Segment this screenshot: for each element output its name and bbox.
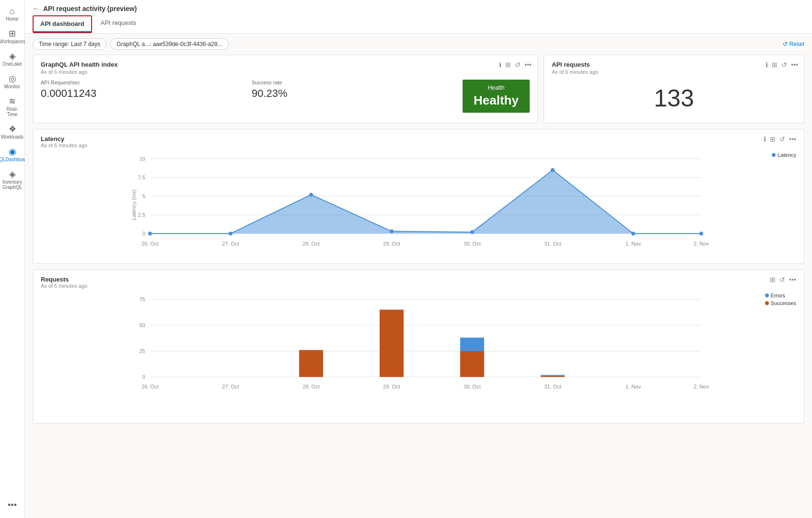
top-cards-row: GraphQL API health index As of 6 minutes… — [33, 55, 804, 123]
svg-point-12 — [148, 232, 152, 235]
more-options-icon[interactable]: ••• — [789, 276, 796, 283]
success-rate-value: 90.23% — [252, 87, 455, 100]
latency-chart-header: Latency As of 6 minutes ago ℹ ⊞ ↺ ••• — [41, 135, 796, 148]
requests-chart-actions: ⊞ ↺ ••• — [770, 276, 796, 283]
home-icon: ⌂ — [10, 7, 15, 15]
filter-bar: Time range: Last 7 days GraphQL a...: aa… — [25, 34, 812, 55]
page-title: API request activity (preview) — [43, 5, 137, 12]
more-options-icon[interactable]: ••• — [524, 61, 532, 69]
bar-31oct-successes — [541, 376, 565, 377]
svg-text:28. Oct: 28. Oct — [302, 384, 319, 389]
tab-api-dashboard[interactable]: API dashboard — [34, 16, 91, 32]
svg-point-19 — [699, 232, 703, 235]
api-request-rate-value: 0.00011243 — [41, 87, 244, 100]
header-title-row: ← API request activity (preview) — [33, 0, 804, 12]
sidebar-item-home[interactable]: ⌂ Home — [1, 4, 24, 24]
graphql-filter[interactable]: GraphQL a...: aae539de-0c3f-4436-a28... — [110, 38, 228, 50]
sidebar-item-workspaces[interactable]: ⊞ Workspaces — [1, 26, 24, 47]
requests-chart-title: Requests — [41, 276, 87, 283]
requests-legend: Errors Successes — [765, 293, 796, 306]
svg-text:50: 50 — [139, 322, 145, 328]
svg-text:29. Oct: 29. Oct — [383, 241, 400, 247]
info-icon[interactable]: ℹ — [764, 135, 766, 143]
requests-chart-card: Requests As of 6 minutes ago ⊞ ↺ ••• Err… — [33, 270, 804, 424]
svg-text:7.5: 7.5 — [138, 175, 145, 180]
latency-chart-title-group: Latency As of 6 minutes ago — [41, 135, 87, 148]
svg-text:Latency (ms): Latency (ms) — [131, 189, 137, 220]
bar-29oct-successes — [380, 310, 404, 377]
grid-icon[interactable]: ⊞ — [770, 276, 776, 283]
refresh-icon[interactable]: ↺ — [779, 276, 785, 283]
svg-point-16 — [470, 230, 474, 234]
sidebar-item-monitor[interactable]: ◎ Monitor — [1, 71, 24, 92]
refresh-icon[interactable]: ↺ — [515, 61, 521, 69]
latency-legend-label: Latency — [777, 152, 796, 158]
header: ← API request activity (preview) API das… — [25, 0, 812, 34]
sidebar-item-inventorygraphql[interactable]: ◈ Inventory GraphQL — [1, 167, 24, 193]
successes-legend-label: Successes — [771, 300, 796, 306]
grid-icon[interactable]: ⊞ — [505, 61, 511, 69]
errors-legend-item: Errors — [765, 293, 796, 298]
health-card-title: GraphQL API health index — [41, 61, 530, 68]
tab-api-requests[interactable]: API requests — [94, 15, 143, 33]
errors-legend-dot — [765, 294, 769, 297]
sidebar-item-more[interactable]: ••• — [1, 498, 24, 514]
sidebar-item-label: Inventory GraphQL — [2, 179, 22, 190]
sidebar-item-label: Workloads — [1, 134, 23, 140]
latency-chart-actions: ℹ ⊞ ↺ ••• — [764, 135, 796, 143]
refresh-icon[interactable]: ↺ — [781, 61, 787, 69]
svg-text:27. Oct: 27. Oct — [222, 241, 239, 247]
latency-chart-title: Latency — [41, 135, 87, 142]
svg-text:31. Oct: 31. Oct — [544, 241, 561, 247]
health-badge: Health Healthy — [463, 80, 530, 113]
refresh-icon[interactable]: ↺ — [779, 135, 785, 143]
time-range-filter[interactable]: Time range: Last 7 days — [33, 38, 106, 50]
latency-chart-area: Latency 10 7.5 5 2.5 0 Latency (ms) — [41, 152, 796, 258]
sidebar-item-gqldashboard[interactable]: ◉ GQLDashboard — [1, 144, 24, 165]
health-index-card: GraphQL API health index As of 6 minutes… — [33, 55, 538, 123]
svg-point-14 — [309, 193, 313, 197]
svg-text:26. Oct: 26. Oct — [141, 384, 158, 389]
back-button[interactable]: ← — [33, 5, 39, 12]
more-options-icon[interactable]: ••• — [791, 61, 798, 69]
success-rate-label: Success rate — [252, 80, 455, 85]
more-icon: ••• — [8, 501, 17, 509]
sidebar-item-onelake[interactable]: ◈ OneLake — [1, 49, 24, 70]
api-requests-card-actions: ℹ ⊞ ↺ ••• — [766, 61, 798, 69]
sidebar-item-label: OneLake — [2, 61, 22, 67]
realtime-icon: ≋ — [9, 97, 16, 106]
info-icon[interactable]: ℹ — [766, 61, 768, 69]
successes-legend-item: Successes — [765, 300, 796, 306]
svg-text:5: 5 — [142, 193, 145, 199]
requests-chart-area: Errors Successes 75 50 25 0 — [41, 293, 796, 417]
bar-28oct-successes — [299, 350, 323, 377]
reset-button[interactable]: ↺ Reset — [783, 41, 804, 47]
api-requests-subtitle: As of 6 minutes ago — [552, 69, 796, 75]
bar-30oct-successes — [460, 351, 484, 377]
health-badge-value: Healthy — [474, 93, 519, 108]
requests-chart-title-group: Requests As of 6 minutes ago — [41, 276, 87, 289]
reset-label: Reset — [789, 41, 804, 47]
api-requests-value: 133 — [552, 80, 796, 117]
svg-text:30. Oct: 30. Oct — [464, 241, 480, 247]
svg-text:30. Oct: 30. Oct — [464, 384, 480, 389]
health-card-subtitle: As of 6 minutes ago — [41, 69, 530, 75]
svg-text:2.5: 2.5 — [138, 212, 145, 218]
health-metrics: API Request/sec 0.00011243 Success rate … — [41, 80, 530, 113]
svg-point-13 — [229, 232, 232, 235]
sidebar-item-label: Monitor — [4, 84, 20, 89]
tab-bar: API dashboard API requests — [33, 12, 804, 33]
content-area: GraphQL API health index As of 6 minutes… — [25, 55, 812, 518]
svg-point-15 — [390, 229, 394, 233]
api-request-rate-label: API Request/sec — [41, 80, 244, 85]
sidebar-item-realtime[interactable]: ≋ Real-Time — [1, 94, 24, 120]
latency-chart-card: Latency As of 6 minutes ago ℹ ⊞ ↺ ••• La… — [33, 129, 804, 264]
sidebar-item-workloads[interactable]: ❖ Workloads — [1, 122, 24, 142]
grid-icon[interactable]: ⊞ — [770, 135, 776, 143]
info-icon[interactable]: ℹ — [499, 61, 501, 69]
grid-icon[interactable]: ⊞ — [772, 61, 777, 69]
sidebar-item-label: Workspaces — [0, 39, 25, 44]
svg-text:75: 75 — [139, 296, 145, 302]
more-options-icon[interactable]: ••• — [789, 135, 796, 143]
workspaces-icon: ⊞ — [9, 29, 16, 38]
